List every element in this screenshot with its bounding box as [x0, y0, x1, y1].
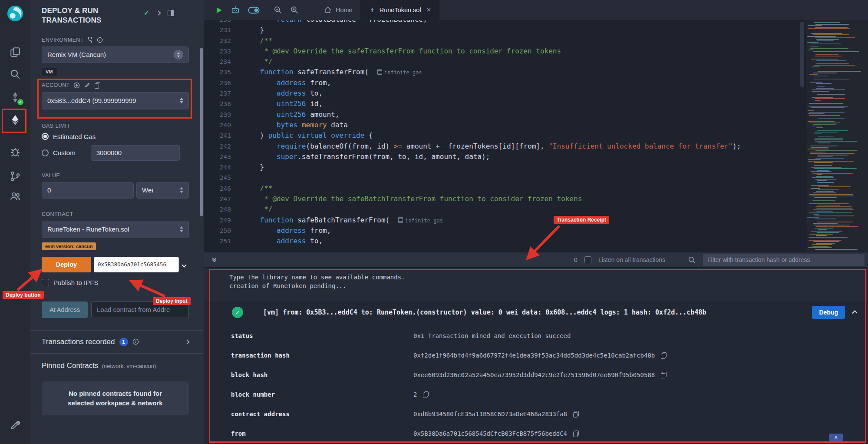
minimap-line: [813, 34, 849, 35]
minimap-line: [812, 89, 845, 90]
zoom-out-icon[interactable]: [274, 6, 282, 14]
file-explorer-icon[interactable]: [9, 46, 21, 58]
code-line: 249 function safeBatchTransferFrom(infin…: [204, 215, 805, 225]
line-number: 249: [204, 215, 231, 225]
minimap-line: [807, 42, 818, 43]
debugger-icon[interactable]: [9, 146, 21, 158]
close-tab-icon[interactable]: ×: [427, 6, 431, 14]
minimap-line: [807, 36, 836, 37]
compile-success-badge: ✓: [17, 99, 23, 105]
panel-layout-icon[interactable]: [168, 10, 174, 16]
line-number: 231: [204, 25, 231, 35]
expand-terminal-icon[interactable]: [213, 258, 216, 262]
minimap-line: [817, 232, 839, 233]
minimap-line: [812, 173, 853, 174]
receipt-field-value: 0xf2de1f964bfd4f9a6d67972f4e1dea39f53ac3…: [413, 352, 655, 359]
success-check-icon: ✓: [232, 307, 243, 318]
terminal[interactable]: Type the library name to see available c…: [204, 268, 868, 444]
info-icon[interactable]: [132, 338, 139, 345]
minimap-line: [818, 142, 830, 143]
copy-account-icon[interactable]: [95, 82, 100, 88]
minimap-line: [814, 165, 832, 166]
minimap-line: [808, 113, 825, 114]
custom-gas-radio[interactable]: [42, 149, 49, 156]
collapse-receipt-chevron-icon[interactable]: [853, 308, 857, 317]
watermark-badge: A: [829, 434, 843, 441]
contract-stepper-icon[interactable]: [180, 226, 183, 232]
minimap-line: [810, 82, 822, 83]
custom-gas-input[interactable]: [91, 145, 180, 161]
tab-runetoken-sol[interactable]: RuneToken.sol ×: [361, 0, 439, 20]
minimap-line: [817, 174, 822, 175]
receipt-field-value: 2: [413, 391, 417, 398]
plugin-manager-icon[interactable]: [9, 190, 21, 202]
receipt-field-label: status: [231, 332, 413, 339]
at-address-button[interactable]: At Address: [42, 302, 88, 318]
copy-icon[interactable]: [661, 372, 666, 378]
transactions-recorded-row[interactable]: Transactions recorded 1: [42, 331, 189, 353]
deploy-button[interactable]: Deploy: [42, 257, 91, 272]
deploy-expand-chevron-icon[interactable]: [182, 261, 186, 268]
environment-select[interactable]: Remix VM (Cancun): [42, 46, 189, 63]
copy-icon[interactable]: [661, 352, 666, 358]
line-number: 241: [204, 130, 231, 141]
minimap-line: [809, 234, 833, 235]
environment-fork-icon[interactable]: [87, 37, 93, 43]
account-select[interactable]: 0x5B3...eddC4 (99.999999999: [42, 92, 189, 109]
filter-transactions-input[interactable]: [703, 254, 865, 266]
info-icon[interactable]: [97, 37, 103, 43]
edit-account-icon[interactable]: [84, 82, 90, 88]
debug-button[interactable]: Debug: [812, 306, 845, 319]
copy-icon[interactable]: [573, 411, 578, 417]
git-icon[interactable]: [9, 170, 21, 182]
editor-scrollbar[interactable]: [800, 22, 804, 87]
deploy-args-input[interactable]: [94, 257, 179, 272]
remix-ai-icon[interactable]: [231, 5, 240, 15]
account-stepper-icon[interactable]: [180, 98, 183, 103]
at-address-input[interactable]: [91, 302, 189, 318]
minimap-line: [815, 27, 848, 28]
minimap-line: [816, 243, 835, 244]
estimated-gas-radio[interactable]: [42, 133, 49, 140]
unit-stepper-icon[interactable]: [180, 187, 183, 193]
code-editor[interactable]: 230 return totalBalance - frozenBalance;…: [204, 20, 805, 252]
remix-logo[interactable]: [6, 4, 24, 23]
copy-icon[interactable]: [423, 391, 428, 398]
line-number: 244: [204, 162, 231, 172]
chevron-right-icon[interactable]: [156, 10, 161, 15]
publish-ipfs-checkbox[interactable]: [42, 279, 49, 286]
listen-all-checkbox[interactable]: [584, 256, 591, 263]
copy-icon[interactable]: [573, 431, 578, 437]
code-line: 236 address from,: [204, 78, 805, 88]
search-icon[interactable]: [9, 68, 21, 80]
terminal-search-icon[interactable]: [688, 256, 696, 264]
code-text: [231, 172, 243, 183]
gas-estimate-annotation: infinite gas: [377, 70, 422, 76]
panel-scrollbar[interactable]: [200, 48, 203, 216]
deploy-run-icon[interactable]: [9, 114, 21, 126]
code-line: 243 super.safeTransferFrom(from, to, id,…: [204, 152, 805, 162]
pinned-empty-message: No pinned contracts found for selected w…: [42, 381, 189, 415]
environment-stepper-icon[interactable]: [174, 50, 183, 60]
terminal-toolbar: 0 Listen on all transactions: [204, 252, 868, 268]
value-input[interactable]: [42, 182, 134, 199]
code-line: 239 uint256 amount,: [204, 109, 805, 120]
add-account-icon[interactable]: [73, 82, 80, 89]
custom-gas-option: Custom: [42, 145, 189, 161]
tab-home[interactable]: Home: [316, 0, 361, 20]
receipt-fields: status0x1 Transaction mined and executio…: [204, 326, 868, 443]
copilot-toggle-icon[interactable]: [248, 7, 260, 14]
settings-wrench-icon[interactable]: [9, 420, 21, 432]
minimap-line: [813, 241, 839, 242]
zoom-in-icon[interactable]: [290, 6, 299, 14]
receipt-field-label: block hash: [231, 371, 413, 378]
value-unit-select[interactable]: Wei: [136, 182, 189, 199]
receipt-summary-row[interactable]: ✓ [vm] from: 0x5B3...eddC4 to: RuneToken…: [204, 302, 868, 323]
expand-transactions-chevron-icon[interactable]: [185, 339, 189, 344]
contract-select[interactable]: RuneToken - RuneToken.sol: [42, 221, 189, 238]
minimap[interactable]: [805, 20, 868, 252]
run-script-icon[interactable]: [215, 7, 223, 14]
vm-badge: VM: [42, 68, 57, 76]
minimap-line: [813, 223, 838, 224]
code-text: uint256 id,: [231, 99, 323, 109]
